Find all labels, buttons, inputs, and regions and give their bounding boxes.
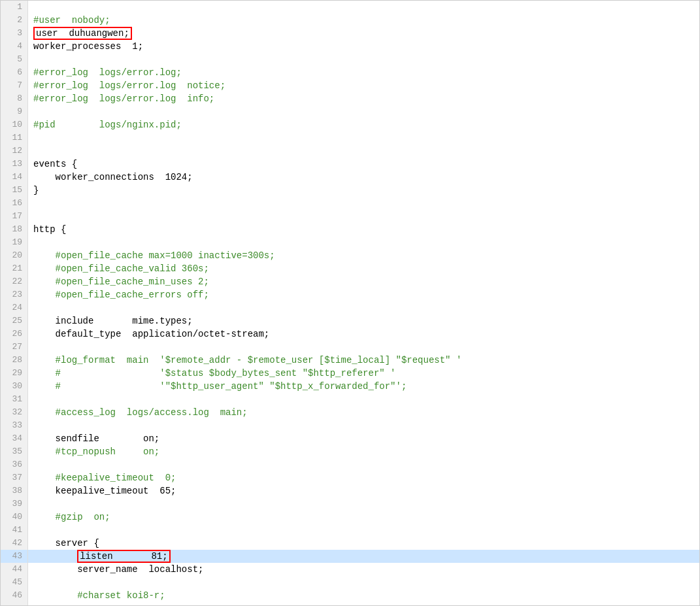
code-line-4: worker_processes 1; <box>28 40 699 53</box>
line-number-41: 41 <box>1 524 27 537</box>
line-number-16: 16 <box>1 197 27 210</box>
code-line-19 <box>28 236 699 249</box>
line-number-23: 23 <box>1 288 27 301</box>
line-number-1: 1 <box>1 1 27 14</box>
code-line-7: #error_log logs/error.log notice; <box>28 79 699 92</box>
code-line-37: #keepalive_timeout 0; <box>28 471 699 484</box>
line-number-38: 38 <box>1 484 27 497</box>
line-number-2: 2 <box>1 14 27 27</box>
line-number-18: 18 <box>1 223 27 236</box>
line-number-28: 28 <box>1 354 27 367</box>
code-line-46: #charset koi8-r; <box>28 589 699 602</box>
line-number-17: 17 <box>1 210 27 223</box>
line-number-34: 34 <box>1 432 27 445</box>
line-number-14: 14 <box>1 171 27 184</box>
code-line-2: #user nobody; <box>28 14 699 27</box>
code-line-1 <box>28 1 699 14</box>
line-number-24: 24 <box>1 301 27 314</box>
code-line-35: #tcp_nopush on; <box>28 445 699 458</box>
code-line-17 <box>28 210 699 223</box>
line-number-27: 27 <box>1 341 27 354</box>
code-line-30: # '"$http_user_agent" "$http_x_forwarded… <box>28 380 699 393</box>
code-line-18: http { <box>28 223 699 236</box>
code-line-11 <box>28 131 699 144</box>
code-line-25: include mime.types; <box>28 314 699 328</box>
code-line-16 <box>28 197 699 210</box>
line-number-8: 8 <box>1 92 27 105</box>
code-line-31 <box>28 393 699 406</box>
line-number-20: 20 <box>1 249 27 262</box>
code-line-5 <box>28 53 699 66</box>
line-number-12: 12 <box>1 144 27 158</box>
line-number-7: 7 <box>1 79 27 92</box>
line-number-40: 40 <box>1 511 27 524</box>
red-box-line-3: user duhuangwen; <box>33 27 132 40</box>
code-line-43: listen 81; <box>28 550 699 563</box>
line-number-35: 35 <box>1 445 27 458</box>
code-line-45 <box>28 576 699 589</box>
line-number-46: 46 <box>1 589 27 602</box>
line-number-10: 10 <box>1 118 27 131</box>
line-number-42: 42 <box>1 537 27 550</box>
line-number-30: 30 <box>1 380 27 393</box>
code-line-20: #open_file_cache max=1000 inactive=300s; <box>28 249 699 262</box>
line-number-4: 4 <box>1 40 27 53</box>
code-line-33 <box>28 419 699 432</box>
code-line-13: events { <box>28 158 699 171</box>
line-number-26: 26 <box>1 328 27 341</box>
line-number-19: 19 <box>1 236 27 249</box>
code-line-22: #open_file_cache_min_uses 2; <box>28 275 699 288</box>
code-line-29: # '$status $body_bytes_sent "$http_refer… <box>28 367 699 380</box>
line-number-36: 36 <box>1 458 27 471</box>
line-number-31: 31 <box>1 393 27 406</box>
code-line-32: #access_log logs/access.log main; <box>28 406 699 419</box>
line-numbers: 1234567891011121314151617181920212223242… <box>1 1 28 605</box>
line-number-21: 21 <box>1 262 27 275</box>
code-line-8: #error_log logs/error.log info; <box>28 92 699 105</box>
line-number-32: 32 <box>1 406 27 419</box>
line-number-5: 5 <box>1 53 27 66</box>
line-number-22: 22 <box>1 275 27 288</box>
line-number-39: 39 <box>1 497 27 511</box>
line-number-37: 37 <box>1 471 27 484</box>
code-line-10: #pid logs/nginx.pid; <box>28 118 699 131</box>
code-line-36 <box>28 458 699 471</box>
code-line-40: #gzip on; <box>28 511 699 524</box>
code-line-12 <box>28 144 699 158</box>
line-number-43: 43 <box>1 550 27 563</box>
code-line-24 <box>28 301 699 314</box>
code-line-23: #open_file_cache_errors off; <box>28 288 699 301</box>
code-lines[interactable]: #user nobody;user duhuangwen;worker_proc… <box>28 1 699 605</box>
line-number-29: 29 <box>1 367 27 380</box>
code-line-27 <box>28 341 699 354</box>
line-number-33: 33 <box>1 419 27 432</box>
code-line-34: sendfile on; <box>28 432 699 445</box>
line-number-3: 3 <box>1 27 27 40</box>
code-line-15: } <box>28 184 699 197</box>
code-line-41 <box>28 524 699 537</box>
line-number-15: 15 <box>1 184 27 197</box>
code-line-42: server { <box>28 537 699 550</box>
code-line-28: #log_format main '$remote_addr - $remote… <box>28 354 699 367</box>
code-line-21: #open_file_cache_valid 360s; <box>28 262 699 275</box>
code-line-6: #error_log logs/error.log; <box>28 66 699 79</box>
line-number-11: 11 <box>1 131 27 144</box>
line-number-6: 6 <box>1 66 27 79</box>
code-line-44: server_name localhost; <box>28 563 699 576</box>
code-line-9 <box>28 105 699 118</box>
code-line-39 <box>28 497 699 511</box>
code-line-3: user duhuangwen; <box>28 27 699 40</box>
line-number-44: 44 <box>1 563 27 576</box>
code-area: 1234567891011121314151617181920212223242… <box>1 1 699 605</box>
line-number-25: 25 <box>1 314 27 328</box>
code-editor: 1234567891011121314151617181920212223242… <box>0 0 700 606</box>
code-line-38: keepalive_timeout 65; <box>28 484 699 497</box>
line-number-45: 45 <box>1 576 27 589</box>
line-number-13: 13 <box>1 158 27 171</box>
code-line-14: worker_connections 1024; <box>28 171 699 184</box>
code-line-26: default_type application/octet-stream; <box>28 328 699 341</box>
red-box-line-43: listen 81; <box>77 550 170 563</box>
line-number-9: 9 <box>1 105 27 118</box>
